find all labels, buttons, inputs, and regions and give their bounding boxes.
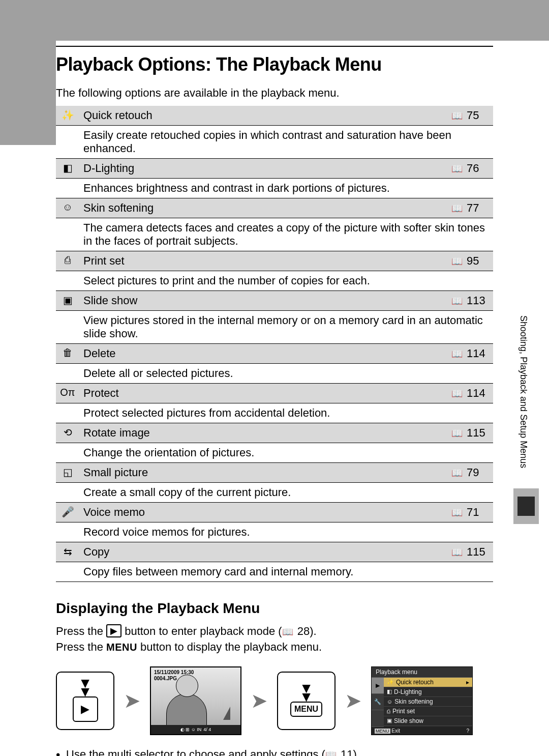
menu-item-header: ☺Skin softening📖 77: [56, 198, 493, 218]
menu-item-desc: The camera detects faces and creates a c…: [79, 218, 493, 251]
bullet-1: Use the multi selector to choose and app…: [56, 746, 493, 756]
step-2: Press the MENU button to display the pla…: [56, 639, 493, 655]
lcd-menu-item: ✨Quick retouch▸: [384, 678, 472, 687]
menu-item-page-ref: 📖 95: [447, 251, 493, 271]
menu-item-icon: ▣: [56, 291, 79, 311]
lcd-item-label: D-Lighting: [394, 688, 422, 695]
menu-item-icon: 🗑: [56, 344, 79, 364]
menu-item-desc-row: Enhances brightness and contrast in dark…: [56, 179, 493, 198]
menu-item-label: Rotate image: [79, 423, 447, 443]
top-rule: [56, 46, 493, 47]
arrow-right-icon: ➤: [345, 689, 362, 712]
book-icon: 📖: [451, 203, 463, 214]
book-icon: 📖: [282, 627, 293, 637]
menu-item-header: ◱Small picture📖 79: [56, 463, 493, 483]
book-icon: 📖: [451, 164, 463, 174]
menu-button-graphic: MENU: [290, 702, 322, 717]
menu-item-label: Protect: [79, 384, 447, 403]
lcd-menu-tabs: ▶ 🔧: [372, 678, 384, 727]
menu-item-page-ref: 📖 114: [447, 384, 493, 403]
menu-item-desc: Easily create retouched copies in which …: [79, 126, 493, 159]
menu-item-page-ref: 📖 79: [447, 463, 493, 483]
page-content: Playback Options: The Playback Menu The …: [0, 0, 549, 756]
lcd-item-label: Print set: [392, 708, 415, 715]
menu-item-icon: ⇆: [56, 542, 79, 562]
menu-item-desc: Protect selected pictures from accidenta…: [79, 403, 493, 423]
lcd-playback-screen: 15/11/2009 15:30 0004.JPG ◐ ⊞ ☺ IN4/ 4: [150, 666, 241, 735]
lcd-item-icon: ⎙: [387, 708, 390, 714]
menu-item-label: Voice memo: [79, 503, 447, 522]
page-title: Playback Options: The Playback Menu: [56, 54, 493, 75]
menu-item-desc: Delete all or selected pictures.: [79, 364, 493, 384]
menu-item-desc-row: Easily create retouched copies in which …: [56, 126, 493, 159]
lcd-item-label: Quick retouch: [396, 679, 434, 686]
menu-item-page-ref: 📖 75: [447, 106, 493, 126]
book-icon: 📖: [451, 508, 463, 518]
menu-item-desc-row: Create a small copy of the current pictu…: [56, 483, 493, 503]
tab-blank: [372, 710, 384, 726]
book-icon: 📖: [451, 468, 463, 478]
lcd-item-label: Skin softening: [394, 698, 433, 705]
menu-item-desc-row: Protect selected pictures from accidenta…: [56, 403, 493, 423]
lcd-item-label: Slide show: [394, 717, 423, 724]
section-heading: Displaying the Playback Menu: [56, 600, 493, 617]
menu-item-header: ⇆Copy📖 115: [56, 542, 493, 562]
press-play-illustration: ▼▼ ▶: [56, 672, 114, 730]
menu-item-desc-row: Delete all or selected pictures.: [56, 364, 493, 384]
side-section-label: Shooting, Playback and Setup Menus: [518, 315, 529, 468]
menu-word: MENU: [106, 642, 137, 653]
lcd-item-icon: ☺: [387, 699, 392, 705]
menu-item-desc: Record voice memos for pictures.: [79, 522, 493, 542]
menu-item-page-ref: 📖 114: [447, 344, 493, 364]
playback-menu-table: ✨Quick retouch📖 75Easily create retouche…: [56, 106, 493, 582]
menu-item-desc: Enhances brightness and contrast in dark…: [79, 179, 493, 198]
lcd-item-icon: ✨: [387, 679, 394, 685]
menu-item-icon: ⎙: [56, 251, 79, 271]
book-icon: 📖: [451, 111, 463, 121]
play-button-graphic: ▶: [73, 696, 98, 722]
chevron-right-icon: ▸: [466, 679, 469, 686]
down-arrow-icon: ▼▼: [78, 679, 93, 696]
menu-item-desc-row: Change the orientation of pictures.: [56, 443, 493, 463]
menu-item-icon: Oπ: [56, 384, 79, 403]
side-thumb-tab-inner: [517, 497, 535, 516]
menu-item-label: Delete: [79, 344, 447, 364]
book-icon: 📖: [451, 428, 463, 439]
menu-item-icon: ◧: [56, 159, 79, 179]
menu-item-label: Copy: [79, 542, 447, 562]
lcd-bottom-bar: ◐ ⊞ ☺ IN4/ 4: [151, 725, 240, 734]
lcd-menu-item: ◧D-Lighting: [384, 687, 472, 697]
menu-item-page-ref: 📖 113: [447, 291, 493, 311]
book-icon: 📖: [451, 547, 463, 558]
menu-item-label: Quick retouch: [79, 106, 447, 126]
tab-playback-icon: ▶: [372, 678, 384, 694]
menu-item-page-ref: 📖 71: [447, 503, 493, 522]
book-icon: 📖: [451, 256, 463, 267]
menu-item-page-ref: 📖 115: [447, 542, 493, 562]
lcd-menu-item: ▣Slide show: [384, 716, 472, 726]
menu-item-header: 🎤Voice memo📖 71: [56, 503, 493, 522]
menu-item-desc-row: View pictures stored in the internal mem…: [56, 311, 493, 344]
menu-item-header: ◧D-Lighting📖 76: [56, 159, 493, 179]
lcd-menu-item: ☺Skin softening: [384, 697, 472, 707]
lcd-menu-item: ⎙Print set: [384, 707, 472, 716]
lcd-menu-footer: MENU Exit ?: [372, 727, 472, 735]
menu-item-page-ref: 📖 77: [447, 198, 493, 218]
menu-item-icon: 🎤: [56, 503, 79, 522]
arrow-right-icon: ➤: [251, 689, 268, 712]
menu-item-header: OπProtect📖 114: [56, 384, 493, 403]
tab-setup-icon: 🔧: [372, 694, 384, 710]
menu-item-desc: View pictures stored in the internal mem…: [79, 311, 493, 344]
menu-item-desc-row: Select pictures to print and the number …: [56, 271, 493, 291]
menu-item-desc: Create a small copy of the current pictu…: [79, 483, 493, 503]
menu-item-desc-row: Record voice memos for pictures.: [56, 522, 493, 542]
book-icon: 📖: [451, 389, 463, 399]
book-icon: 📖: [451, 296, 463, 306]
operation-flow: ▼▼ ▶ ➤ 15/11/2009 15:30 0004.JPG ◐ ⊞ ☺ I…: [56, 666, 493, 735]
menu-item-page-ref: 📖 76: [447, 159, 493, 179]
menu-item-header: ⟲Rotate image📖 115: [56, 423, 493, 443]
play-button-icon: ▶: [106, 624, 121, 637]
book-icon: 📖: [451, 349, 463, 359]
menu-item-label: Small picture: [79, 463, 447, 483]
menu-item-header: 🗑Delete📖 114: [56, 344, 493, 364]
